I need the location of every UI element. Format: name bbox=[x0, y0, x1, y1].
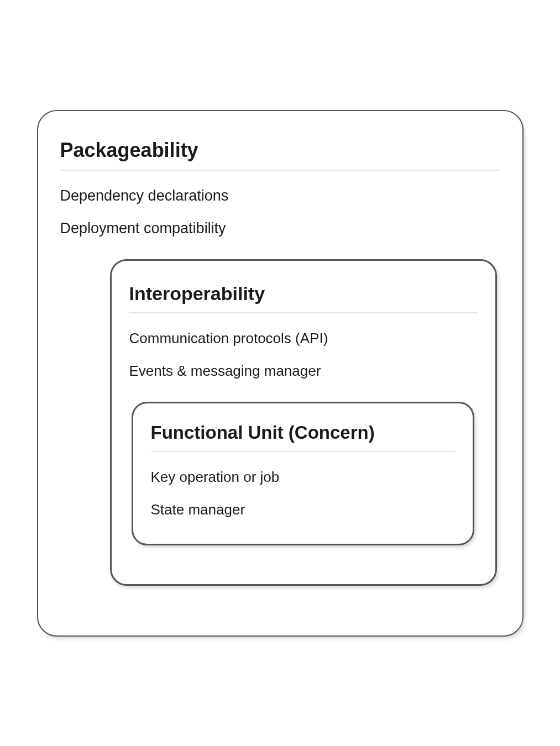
inner-item: Key operation or job bbox=[151, 469, 455, 486]
outer-item: Dependency declarations bbox=[60, 187, 500, 204]
packageability-title: Packageability bbox=[60, 139, 500, 170]
functional-unit-title: Functional Unit (Concern) bbox=[151, 422, 455, 451]
packageability-box: Packageability Dependency declarations D… bbox=[37, 110, 524, 637]
divider bbox=[60, 170, 500, 171]
divider bbox=[151, 451, 455, 452]
inner-item: State manager bbox=[151, 501, 455, 518]
middle-item: Events & messaging manager bbox=[129, 363, 478, 380]
outer-item: Deployment compatibility bbox=[60, 220, 500, 237]
divider bbox=[129, 312, 478, 313]
interoperability-title: Interoperability bbox=[129, 283, 478, 312]
functional-unit-box: Functional Unit (Concern) Key operation … bbox=[132, 402, 474, 545]
middle-item: Communication protocols (API) bbox=[129, 330, 478, 347]
interoperability-box: Interoperability Communication protocols… bbox=[110, 259, 497, 586]
